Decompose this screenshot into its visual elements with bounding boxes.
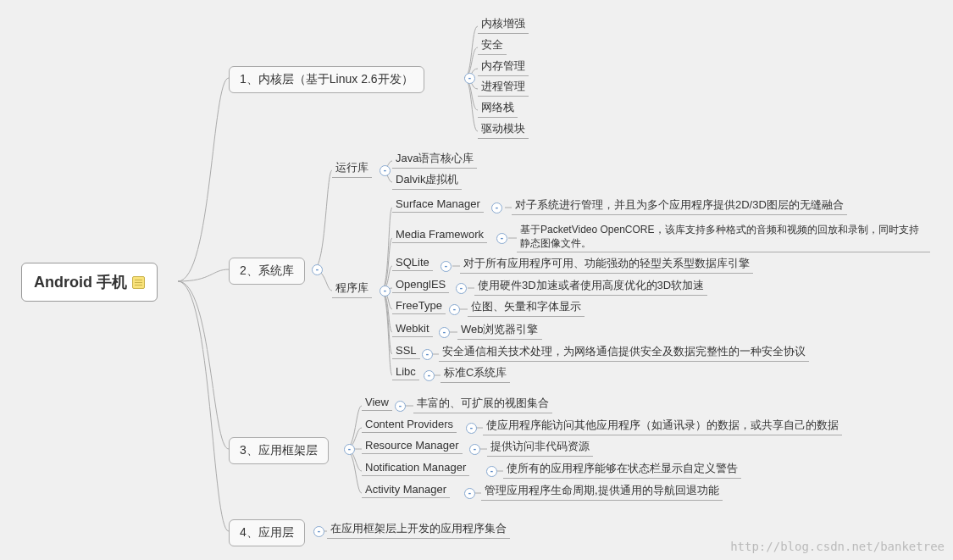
leaf-java-core[interactable]: Java语言核心库: [392, 150, 477, 169]
leaf-activity-manager[interactable]: Activity Manager: [362, 482, 450, 498]
group-runtime-lib[interactable]: 运行库: [332, 159, 372, 178]
desc-ssl: 安全通信相关技术处理，为网络通信提供安全及数据完整性的一种安全协议: [439, 343, 809, 362]
group-program-lib[interactable]: 程序库: [332, 280, 372, 298]
collapse-icon[interactable]: -: [464, 73, 475, 84]
collapse-icon[interactable]: -: [464, 488, 475, 499]
desc-webkit: Web浏览器引擎: [457, 321, 542, 340]
note-icon[interactable]: [132, 276, 145, 289]
collapse-icon[interactable]: -: [380, 286, 391, 297]
leaf-memory-mgmt[interactable]: 内存管理: [478, 58, 529, 76]
collapse-icon[interactable]: -: [344, 444, 355, 455]
desc-view: 丰富的、可扩展的视图集合: [413, 395, 552, 413]
leaf-kernel-enhance[interactable]: 内核增强: [478, 15, 529, 34]
collapse-icon[interactable]: -: [440, 261, 452, 272]
collapse-icon[interactable]: -: [456, 283, 467, 294]
desc-surface-manager: 对子系统进行管理，并且为多个应用程序提供2D/3D图层的无缝融合: [512, 197, 847, 215]
leaf-ssl[interactable]: SSL: [392, 343, 420, 359]
leaf-dalvik-vm[interactable]: Dalvik虚拟机: [392, 171, 462, 190]
leaf-libc[interactable]: Libc: [392, 364, 419, 380]
leaf-webkit[interactable]: Webkit: [392, 321, 433, 337]
branch-system-lib[interactable]: 2、系统库: [229, 258, 305, 285]
desc-app-layer: 在应用框架层上开发的应用程序集合: [327, 520, 510, 539]
collapse-icon[interactable]: -: [422, 349, 433, 360]
leaf-sqlite[interactable]: SQLite: [392, 255, 433, 271]
branch-app-layer[interactable]: 4、应用层: [229, 519, 305, 546]
leaf-media-framework[interactable]: Media Framework: [392, 227, 487, 243]
branch-kernel[interactable]: 1、内核层（基于Linux 2.6开发）: [229, 66, 424, 93]
leaf-view[interactable]: View: [362, 395, 392, 411]
leaf-process-mgmt[interactable]: 进程管理: [478, 78, 529, 97]
collapse-icon[interactable]: -: [395, 401, 406, 412]
desc-opengles: 使用硬件3D加速或者使用高度优化的3D软加速: [474, 277, 707, 296]
collapse-icon[interactable]: -: [491, 202, 502, 213]
desc-content-providers: 使应用程序能访问其他应用程序（如通讯录）的数据，或共享自己的数据: [483, 417, 842, 435]
root-node[interactable]: Android 手机: [21, 263, 158, 302]
desc-activity-manager: 管理应用程序生命周期,提供通用的导航回退功能: [481, 482, 723, 501]
desc-notification-manager: 使所有的应用程序能够在状态栏显示自定义警告: [503, 460, 741, 479]
collapse-icon[interactable]: -: [449, 304, 460, 315]
desc-libc: 标准C系统库: [440, 364, 510, 383]
collapse-icon[interactable]: -: [312, 264, 323, 275]
leaf-resource-manager[interactable]: Resource Manager: [362, 438, 463, 454]
branch-app-framework[interactable]: 3、应用框架层: [229, 437, 329, 464]
collapse-icon[interactable]: -: [496, 233, 507, 244]
leaf-content-providers[interactable]: Content Providers: [362, 417, 457, 433]
desc-freetype: 位图、矢量和字体显示: [468, 298, 585, 317]
collapse-icon[interactable]: -: [469, 444, 480, 455]
leaf-opengles[interactable]: OpenglES: [392, 277, 449, 293]
leaf-notification-manager[interactable]: Notification Manager: [362, 460, 469, 476]
leaf-network-stack[interactable]: 网络栈: [478, 99, 518, 118]
leaf-security[interactable]: 安全: [478, 36, 507, 55]
collapse-icon[interactable]: -: [313, 526, 324, 537]
collapse-icon[interactable]: -: [466, 423, 477, 434]
desc-media-framework: 基于PacketVideo OpenCORE，该库支持多种格式的音频和视频的回放…: [517, 223, 930, 252]
mindmap-canvas: Android 手机 1、内核层（基于Linux 2.6开发） - 内核增强 安…: [0, 0, 953, 560]
root-title: Android 手机: [34, 272, 127, 292]
desc-resource-manager: 提供访问非代码资源: [487, 438, 593, 457]
collapse-icon[interactable]: -: [424, 370, 435, 381]
desc-sqlite: 对于所有应用程序可用、功能强劲的轻型关系型数据库引擎: [460, 255, 753, 274]
collapse-icon[interactable]: -: [439, 327, 450, 338]
leaf-driver-module[interactable]: 驱动模块: [478, 120, 529, 139]
collapse-icon[interactable]: -: [380, 165, 391, 176]
collapse-icon[interactable]: -: [486, 466, 497, 477]
leaf-surface-manager[interactable]: Surface Manager: [392, 197, 484, 213]
leaf-freetype[interactable]: FreeType: [392, 298, 446, 314]
watermark-text: http://blog.csdn.net/banketree: [730, 540, 945, 553]
